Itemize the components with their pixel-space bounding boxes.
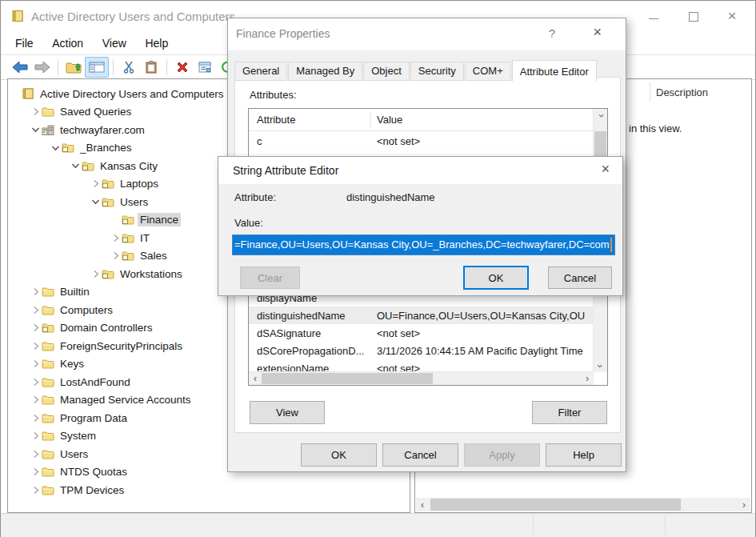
chevron-collapsed-icon[interactable] xyxy=(30,431,42,440)
results-horizontal-scrollbar[interactable]: ‹ › xyxy=(416,498,750,511)
folder-icon xyxy=(42,413,58,423)
folder-icon xyxy=(42,305,58,315)
attribute-row-c[interactable]: c<not set> xyxy=(249,132,594,150)
chevron-expanded-icon[interactable] xyxy=(70,162,82,170)
chevron-collapsed-icon[interactable] xyxy=(30,287,42,296)
close-icon[interactable]: × xyxy=(601,162,610,176)
chevron-collapsed-icon[interactable] xyxy=(30,359,42,368)
chevron-collapsed-icon[interactable] xyxy=(30,486,42,495)
folder-icon xyxy=(42,431,58,441)
scrollbar-thumb[interactable] xyxy=(430,499,681,511)
scroll-right-icon[interactable]: › xyxy=(581,372,594,385)
back-icon[interactable] xyxy=(9,58,31,77)
delete-icon[interactable] xyxy=(171,58,194,77)
tree-item-label: Managed Service Accounts xyxy=(58,393,194,407)
tab-com-plus[interactable]: COM+ xyxy=(465,62,511,81)
chevron-collapsed-icon[interactable] xyxy=(110,234,122,242)
root-icon xyxy=(22,88,38,99)
scroll-right-icon[interactable]: › xyxy=(738,498,750,511)
chevron-collapsed-icon[interactable] xyxy=(30,414,42,423)
menu-view[interactable]: View xyxy=(101,34,128,53)
ok-button[interactable]: OK xyxy=(301,443,377,467)
chevron-collapsed-icon[interactable] xyxy=(30,323,42,332)
attribute-row-dscorepropagationd[interactable]: dSCorePropagationD...3/11/2026 10:44:15 … xyxy=(249,342,594,359)
help-button[interactable]: Help xyxy=(546,443,622,467)
cancel-button[interactable]: Cancel xyxy=(382,443,458,467)
value-column-header[interactable]: Value xyxy=(377,114,402,126)
dialog-title-bar: String Attribute Editor × xyxy=(218,157,622,184)
filter-button[interactable]: Filter xyxy=(532,401,607,424)
forward-icon[interactable] xyxy=(31,58,54,77)
ok-button[interactable]: OK xyxy=(463,266,529,290)
column-divider[interactable] xyxy=(370,112,371,128)
chevron-collapsed-icon[interactable] xyxy=(30,306,42,315)
tab-object[interactable]: Object xyxy=(363,62,410,81)
scroll-up-icon[interactable]: ‹ xyxy=(594,109,607,122)
tree-item-label: ForeignSecurityPrincipals xyxy=(58,339,185,353)
attribute-row-dsasignature[interactable]: dSASignature<not set> xyxy=(249,324,594,342)
chevron-expanded-icon[interactable] xyxy=(30,126,42,134)
chevron-collapsed-icon[interactable] xyxy=(30,342,42,351)
attribute-value-cell: <not set> xyxy=(370,327,594,339)
chevron-collapsed-icon[interactable] xyxy=(90,270,102,279)
view-button[interactable]: View xyxy=(250,401,325,424)
up-one-level-icon[interactable] xyxy=(62,58,85,77)
description-column-header[interactable]: Description xyxy=(656,86,708,98)
tree-item-label: Sales xyxy=(138,249,170,262)
value-label: Value: xyxy=(234,217,263,229)
attribute-label: Attribute: xyxy=(234,191,276,203)
menu-help[interactable]: Help xyxy=(143,34,170,53)
scrollbar-thumb[interactable] xyxy=(262,373,433,384)
menu-action[interactable]: Action xyxy=(50,34,85,53)
tree-item-label: NTDS Quotas xyxy=(58,465,130,479)
column-divider xyxy=(650,82,650,102)
folder-icon xyxy=(42,287,58,297)
tree-item-label: Users xyxy=(118,195,150,209)
chevron-expanded-icon[interactable] xyxy=(50,144,62,152)
window-title: Active Directory Users and Computers xyxy=(31,10,235,23)
attribute-value-cell: <not set> xyxy=(370,135,594,147)
attribute-row-distinguishedname[interactable]: distinguishedNameOU=Finance,OU=Users,OU=… xyxy=(249,307,594,324)
toolbar-separator xyxy=(58,59,58,75)
ou-icon xyxy=(102,197,118,207)
cut-icon[interactable] xyxy=(118,58,140,77)
tree-item-tpm-devices[interactable]: TPM Devices xyxy=(8,481,410,499)
chevron-collapsed-icon[interactable] xyxy=(30,467,42,476)
tree-item-label: System xyxy=(58,429,98,443)
chevron-collapsed-icon[interactable] xyxy=(30,378,42,387)
tree-item-label: Program Data xyxy=(58,411,130,425)
chevron-collapsed-icon[interactable] xyxy=(30,107,42,116)
help-icon[interactable]: ? xyxy=(549,26,555,40)
tab-attribute-editor[interactable]: Attribute Editor xyxy=(512,60,597,82)
chevron-expanded-icon[interactable] xyxy=(90,198,102,206)
attributes-table-header: Attribute Value xyxy=(249,109,594,131)
attributes-horizontal-scrollbar[interactable]: ‹ › xyxy=(249,371,594,385)
tab-general[interactable]: General xyxy=(234,62,287,81)
cancel-button[interactable]: Cancel xyxy=(548,266,612,289)
chevron-collapsed-icon[interactable] xyxy=(30,395,42,404)
scroll-down-icon[interactable]: › xyxy=(594,359,607,372)
ou-icon xyxy=(102,269,118,279)
chevron-collapsed-icon[interactable] xyxy=(110,251,122,260)
chevron-collapsed-icon[interactable] xyxy=(30,450,42,459)
close-button[interactable]: × xyxy=(720,7,744,26)
scroll-left-icon[interactable]: ‹ xyxy=(249,372,262,385)
maximize-button[interactable] xyxy=(682,7,706,26)
show-console-tree-icon[interactable] xyxy=(85,57,109,78)
apply-button[interactable]: Apply xyxy=(464,443,540,467)
minimize-button[interactable] xyxy=(642,7,666,26)
attributes-label: Attributes: xyxy=(250,89,297,101)
attribute-name-cell: c xyxy=(249,135,370,147)
value-input[interactable]: =Finance,OU=Users,OU=Kansas City,OU=_Bra… xyxy=(232,234,615,255)
chevron-collapsed-icon[interactable] xyxy=(90,179,102,188)
tab-managed-by[interactable]: Managed By xyxy=(288,62,362,81)
scroll-left-icon[interactable]: ‹ xyxy=(416,498,429,511)
close-icon[interactable]: × xyxy=(593,25,602,39)
menu-file[interactable]: File xyxy=(14,34,35,53)
paste-icon[interactable] xyxy=(140,58,162,77)
attribute-column-header[interactable]: Attribute xyxy=(257,114,295,126)
attribute-value-cell: 3/11/2026 10:44:15 AM Pacific Daylight T… xyxy=(370,345,594,357)
properties-list-icon[interactable] xyxy=(194,58,216,77)
clear-button[interactable]: Clear xyxy=(240,266,300,289)
tab-security[interactable]: Security xyxy=(410,62,464,81)
